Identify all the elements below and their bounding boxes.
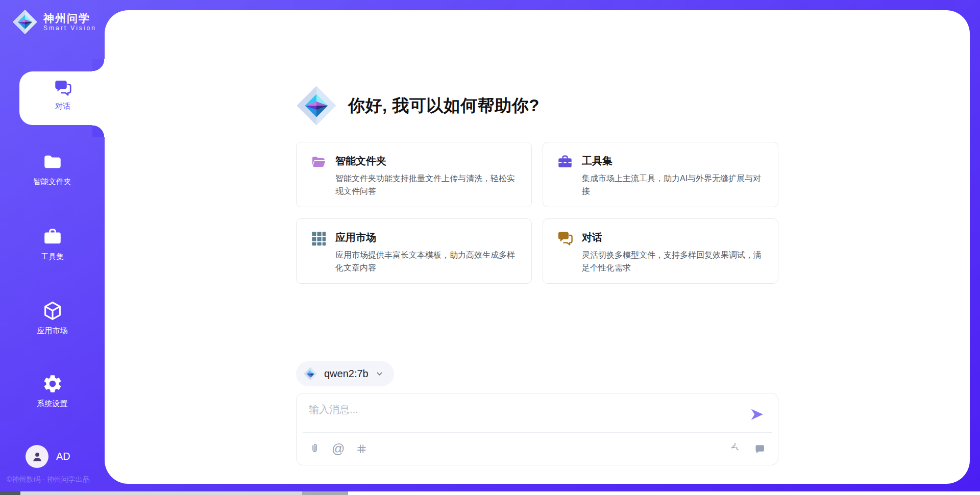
- card-description: 集成市场上主流工具，助力AI与外界无缝扩展与对接: [582, 172, 765, 198]
- brand-name: 神州问学: [43, 12, 96, 24]
- avatar: [26, 445, 48, 468]
- card-title: 工具集: [582, 154, 765, 168]
- paperclip-icon[interactable]: [309, 443, 321, 455]
- scrollbar-track: [20, 491, 302, 495]
- model-name: qwen2:7b: [324, 368, 369, 380]
- brand: 神州问学 Smart Vision: [12, 9, 96, 35]
- active-tab-fillet-top: [92, 59, 105, 71]
- main-panel: 你好, 我可以如何帮助你? 智能文件夹 智能文件夹功能支持批量文件上传与清洗，轻…: [105, 10, 970, 484]
- card-title: 应用市场: [335, 231, 518, 244]
- scrollbar-segment: [0, 491, 20, 495]
- card-toolset[interactable]: 工具集 集成市场上主流工具，助力AI与外界无缝扩展与对接: [543, 142, 778, 207]
- gear-icon: [42, 373, 63, 394]
- feature-cards: 智能文件夹 智能文件夹功能支持批量文件上传与清洗，轻松实现文件问答 工具集 集成…: [296, 142, 778, 284]
- card-chat[interactable]: 对话 灵活切换多模型文件，支持多样回复效果调试，满足个性化需求: [543, 218, 778, 284]
- sidebar-item-app-market[interactable]: 应用市场: [0, 300, 105, 336]
- send-icon[interactable]: [749, 407, 765, 422]
- tile-grid-icon: [310, 230, 327, 247]
- sidebar: 神州问学 Smart Vision 对话 智能文件夹 工具集 应用市场 系统设置: [0, 0, 105, 495]
- sidebar-item-label: 工具集: [41, 252, 64, 262]
- cube-icon: [42, 300, 63, 321]
- message-composer: @: [296, 393, 778, 465]
- folder-icon: [42, 151, 63, 172]
- user-account[interactable]: AD: [26, 445, 70, 468]
- greeting-text: 你好, 我可以如何帮助你?: [348, 94, 540, 117]
- greeting: 你好, 我可以如何帮助你?: [296, 83, 778, 128]
- card-app-market[interactable]: 应用市场 应用市场提供丰富长文本模板，助力高效生成多样化文章内容: [296, 218, 532, 284]
- chat-bubbles-icon: [556, 230, 574, 247]
- history-icon[interactable]: [731, 443, 743, 455]
- sidebar-item-smart-folder[interactable]: 智能文件夹: [0, 151, 105, 187]
- comment-icon[interactable]: [754, 443, 766, 455]
- brand-gem-diamond-icon: [12, 9, 38, 35]
- card-smart-folder[interactable]: 智能文件夹 智能文件夹功能支持批量文件上传与清洗，轻松实现文件问答: [296, 142, 532, 207]
- mention-icon[interactable]: @: [332, 443, 345, 455]
- avatar-person-icon: [31, 450, 44, 463]
- scrollbar-thumb[interactable]: [302, 491, 348, 495]
- sidebar-item-label: 应用市场: [37, 326, 68, 336]
- sidebar-item-toolset[interactable]: 工具集: [0, 226, 105, 262]
- sidebar-item-label: 对话: [55, 102, 70, 111]
- card-title: 对话: [582, 231, 765, 244]
- card-description: 灵活切换多模型文件，支持多样回复效果调试，满足个性化需求: [582, 249, 765, 275]
- copyright: ©神州数码 · 神州问学出品: [7, 475, 90, 484]
- sidebar-item-label: 系统设置: [37, 399, 68, 409]
- sidebar-item-label: 智能文件夹: [33, 177, 71, 187]
- user-name: AD: [56, 451, 70, 462]
- sidebar-item-settings[interactable]: 系统设置: [0, 373, 105, 409]
- hashtag-icon[interactable]: [356, 443, 368, 455]
- toolbox-icon: [42, 226, 63, 247]
- open-folder-icon: [310, 153, 327, 170]
- sidebar-item-chat[interactable]: 对话: [19, 71, 106, 125]
- card-description: 智能文件夹功能支持批量文件上传与清洗，轻松实现文件问答: [335, 172, 518, 198]
- gem-diamond-icon: [304, 367, 317, 381]
- active-tab-fillet-bottom: [92, 125, 105, 137]
- card-title: 智能文件夹: [335, 154, 518, 168]
- scrollbar-track-end: [348, 491, 980, 495]
- horizontal-scrollbar[interactable]: [0, 491, 980, 495]
- card-description: 应用市场提供丰富长文本模板，助力高效生成多样化文章内容: [335, 249, 518, 275]
- gem-diamond-icon: [296, 85, 337, 126]
- brand-subtitle: Smart Vision: [43, 24, 96, 32]
- chevron-down-icon: [375, 369, 384, 378]
- toolbox-icon: [556, 153, 574, 170]
- message-input[interactable]: [309, 401, 743, 418]
- chat-bubbles-icon: [53, 78, 72, 97]
- model-selector[interactable]: qwen2:7b: [296, 361, 394, 386]
